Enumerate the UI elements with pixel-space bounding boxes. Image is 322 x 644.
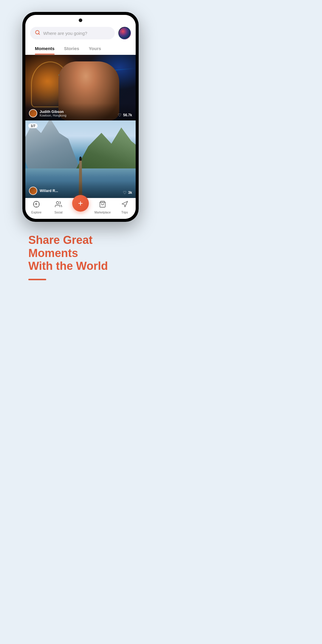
user-name-1: Judith Gibson [40, 110, 66, 114]
bottom-text-area: Share Great Moments With the World [22, 222, 139, 286]
svg-point-8 [56, 202, 59, 204]
tagline-underline [28, 279, 46, 280]
tab-moments[interactable]: Moments [30, 43, 59, 55]
person-on-dock [79, 157, 82, 161]
moment-card-1[interactable]: Judith Gibson Kowloon, Hongkong ♡ 56.7k [25, 55, 136, 120]
people-icon [55, 201, 62, 210]
mountain-right [75, 120, 136, 171]
content-area: Judith Gibson Kowloon, Hongkong ♡ 56.7k [25, 55, 136, 198]
bag-icon [99, 201, 106, 210]
user-name-2: Willard R... [40, 189, 58, 193]
bottom-nav: Explore Social + [25, 198, 136, 219]
nav-item-marketplace[interactable]: Marketplace [92, 201, 114, 214]
nav-label-explore: Explore [31, 211, 41, 214]
nav-item-trips[interactable]: Trips [114, 201, 136, 214]
heart-icon-1: ♡ [118, 113, 122, 117]
like-info-2[interactable]: ♡ 3k [123, 190, 132, 195]
like-info-1[interactable]: ♡ 56.7k [118, 113, 132, 117]
moment-card-2[interactable]: 1/7 Willard R... ♡ 3k [25, 120, 136, 198]
phone-frame: Where are you going? Moments Stories You… [22, 12, 139, 222]
moment-image-2: 1/7 Willard R... ♡ 3k [25, 120, 136, 198]
search-icon [35, 30, 40, 36]
tagline-line2: With the World [28, 260, 108, 272]
svg-marker-10 [122, 201, 128, 207]
svg-marker-7 [35, 203, 37, 205]
user-avatar[interactable] [118, 27, 131, 39]
nav-label-social: Social [54, 211, 62, 214]
tagline: Share Great Moments With the World [28, 234, 133, 273]
camera-dot [79, 18, 82, 22]
camera-notch [25, 15, 136, 24]
nav-item-social[interactable]: Social [47, 201, 69, 214]
nav-item-explore[interactable]: Explore [25, 201, 47, 214]
search-placeholder-text: Where are you going? [43, 31, 87, 36]
user-info-2: Willard R... [29, 187, 58, 195]
pagination-badge: 1/7 [28, 123, 38, 128]
user-location-1: Kowloon, Hongkong [40, 114, 66, 117]
moment-overlay-1: Judith Gibson Kowloon, Hongkong ♡ 56.7k [25, 103, 136, 120]
add-button[interactable]: + [72, 195, 89, 212]
tabs-container: Moments Stories Yours [25, 43, 136, 55]
nav-label-marketplace: Marketplace [95, 211, 111, 214]
user-avatar-small-1 [29, 109, 37, 117]
like-count-2: 3k [128, 191, 132, 195]
nav-arrow-icon [121, 201, 128, 210]
user-avatar-small-2 [29, 187, 37, 195]
tab-stories[interactable]: Stories [59, 43, 84, 55]
search-bar-container: Where are you going? [25, 24, 136, 43]
svg-line-1 [38, 33, 39, 34]
heart-icon-2: ♡ [123, 190, 127, 195]
compass-icon [33, 201, 40, 210]
plus-icon: + [78, 199, 83, 208]
search-input-wrap[interactable]: Where are you going? [30, 27, 115, 39]
tab-yours[interactable]: Yours [84, 43, 106, 55]
like-count-1: 56.7k [123, 113, 132, 117]
nav-item-add[interactable]: + [69, 203, 92, 212]
user-text-1: Judith Gibson Kowloon, Hongkong [40, 110, 66, 117]
user-info-1: Judith Gibson Kowloon, Hongkong [29, 109, 66, 117]
nav-label-trips: Trips [121, 211, 128, 214]
phone-screen: Where are you going? Moments Stories You… [25, 15, 136, 219]
tagline-line1: Share Great Moments [28, 234, 92, 259]
user-text-2: Willard R... [40, 189, 58, 193]
